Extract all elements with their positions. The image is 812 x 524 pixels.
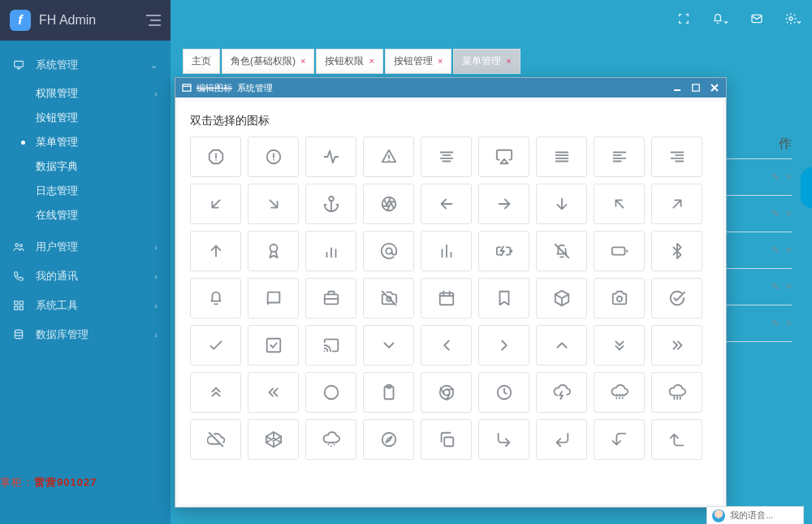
nav-sub-0-1[interactable]: 按钮管理 bbox=[0, 106, 171, 130]
chevron-left-icon[interactable] bbox=[421, 325, 472, 366]
activity-icon[interactable] bbox=[305, 136, 356, 177]
chevrons-down-icon[interactable] bbox=[594, 325, 645, 366]
nav-section-2[interactable]: 我的通讯› bbox=[0, 262, 171, 291]
book-icon[interactable] bbox=[248, 278, 299, 318]
corner-left-up-icon[interactable] bbox=[651, 419, 702, 460]
tab-0[interactable]: 主页 bbox=[183, 49, 220, 74]
battery-charging-icon[interactable] bbox=[478, 231, 529, 271]
battery-icon[interactable] bbox=[594, 231, 645, 271]
chevrons-up-icon[interactable] bbox=[190, 372, 241, 413]
maximize-icon[interactable] bbox=[692, 84, 700, 92]
bell-off-icon[interactable] bbox=[536, 231, 587, 271]
bar-chart-icon[interactable] bbox=[421, 231, 472, 271]
tab-close-icon[interactable]: × bbox=[300, 56, 305, 66]
calendar-icon[interactable] bbox=[421, 278, 472, 318]
minimize-icon[interactable] bbox=[672, 83, 682, 93]
arrow-down-left-icon[interactable] bbox=[190, 184, 241, 224]
check-circle-icon[interactable] bbox=[651, 278, 702, 318]
corner-down-right-icon[interactable] bbox=[478, 419, 529, 460]
chat-popup[interactable]: 我的语音... bbox=[706, 506, 804, 524]
bluetooth-icon[interactable] bbox=[651, 231, 702, 271]
nav-sub-0-0[interactable]: 权限管理› bbox=[0, 81, 171, 106]
bell-icon[interactable] bbox=[190, 278, 241, 318]
arrow-down-right-icon[interactable] bbox=[248, 184, 299, 224]
nav-sub-0-5[interactable]: 在线管理 bbox=[0, 203, 171, 227]
alert-circle-icon[interactable] bbox=[248, 136, 299, 177]
tab-3[interactable]: 按钮管理× bbox=[385, 49, 451, 74]
edit-icon[interactable]: ✎ bbox=[771, 208, 780, 219]
bookmark-icon[interactable] bbox=[478, 278, 529, 318]
clipboard-icon[interactable] bbox=[363, 372, 414, 413]
del-icon[interactable]: × bbox=[786, 171, 792, 183]
tab-close-icon[interactable]: × bbox=[438, 56, 443, 66]
tab-close-icon[interactable]: × bbox=[369, 56, 374, 66]
cloud-drizzle-icon[interactable] bbox=[594, 372, 645, 413]
codepen-icon[interactable] bbox=[248, 419, 299, 460]
chevron-up-icon[interactable] bbox=[536, 325, 587, 366]
tab-1[interactable]: 角色(基础权限)× bbox=[222, 49, 314, 74]
cast-icon[interactable] bbox=[305, 325, 356, 366]
tab-4[interactable]: 菜单管理× bbox=[453, 49, 520, 74]
at-sign-icon[interactable] bbox=[363, 231, 414, 271]
cloud-off-icon[interactable] bbox=[190, 419, 241, 460]
gear-icon[interactable] bbox=[784, 12, 802, 28]
nav-sub-0-4[interactable]: 日志管理 bbox=[0, 179, 171, 203]
nav-section-3[interactable]: 系统工具› bbox=[0, 291, 171, 320]
arrow-left-icon[interactable] bbox=[421, 184, 472, 224]
chevrons-left-icon[interactable] bbox=[248, 372, 299, 413]
award-icon[interactable] bbox=[248, 231, 299, 271]
anchor-icon[interactable] bbox=[305, 184, 356, 224]
menu-toggle-icon[interactable] bbox=[146, 15, 161, 26]
alert-octagon-icon[interactable] bbox=[190, 136, 241, 177]
nav-sub-0-2[interactable]: 菜单管理 bbox=[0, 130, 171, 154]
camera-icon[interactable] bbox=[594, 278, 645, 318]
float-button[interactable] bbox=[801, 167, 812, 208]
align-justify-icon[interactable] bbox=[536, 136, 587, 177]
alert-triangle-icon[interactable] bbox=[363, 136, 414, 177]
box-icon[interactable] bbox=[536, 278, 587, 318]
close-icon[interactable] bbox=[710, 83, 719, 93]
fullscreen-icon[interactable] bbox=[677, 12, 690, 28]
airplay-icon[interactable] bbox=[478, 136, 529, 177]
dialog-header[interactable]: 编辑图标 系统管理 bbox=[175, 78, 726, 97]
circle-icon[interactable] bbox=[305, 372, 356, 413]
arrow-up-icon[interactable] bbox=[190, 231, 241, 271]
chevron-right-icon[interactable] bbox=[478, 325, 529, 366]
del-icon[interactable]: × bbox=[786, 318, 792, 329]
aperture-icon[interactable] bbox=[363, 184, 414, 224]
edit-icon[interactable]: ✎ bbox=[771, 245, 780, 256]
del-icon[interactable]: × bbox=[786, 208, 792, 219]
cloud-rain-icon[interactable] bbox=[651, 372, 702, 413]
del-icon[interactable]: × bbox=[786, 281, 792, 292]
nav-section-4[interactable]: 数据库管理› bbox=[0, 320, 171, 349]
edit-icon[interactable]: ✎ bbox=[771, 281, 780, 292]
check-square-icon[interactable] bbox=[248, 325, 299, 366]
edit-icon[interactable]: ✎ bbox=[771, 318, 780, 329]
corner-down-left-icon[interactable] bbox=[536, 419, 587, 460]
chevrons-right-icon[interactable] bbox=[651, 325, 702, 366]
corner-left-down-icon[interactable] bbox=[594, 419, 645, 460]
bell-icon[interactable] bbox=[711, 12, 729, 28]
del-icon[interactable]: × bbox=[786, 245, 792, 256]
align-left-icon[interactable] bbox=[594, 136, 645, 177]
arrow-right-icon[interactable] bbox=[478, 184, 529, 224]
align-center-icon[interactable] bbox=[421, 136, 472, 177]
compass-icon[interactable] bbox=[363, 419, 414, 460]
arrow-down-icon[interactable] bbox=[536, 184, 587, 224]
chrome-icon[interactable] bbox=[421, 372, 472, 413]
cloud-snow-icon[interactable] bbox=[305, 419, 356, 460]
tab-2[interactable]: 按钮权限× bbox=[316, 49, 382, 74]
briefcase-icon[interactable] bbox=[305, 278, 356, 318]
clock-icon[interactable] bbox=[478, 372, 529, 413]
tab-close-icon[interactable]: × bbox=[506, 56, 511, 66]
cloud-lightning-icon[interactable] bbox=[536, 372, 587, 413]
chevron-down-icon[interactable] bbox=[363, 325, 414, 366]
bar-chart-2-icon[interactable] bbox=[305, 231, 356, 271]
arrow-up-left-icon[interactable] bbox=[594, 184, 645, 224]
camera-off-icon[interactable] bbox=[363, 278, 414, 318]
check-icon[interactable] bbox=[190, 325, 241, 366]
nav-sub-0-3[interactable]: 数据字典 bbox=[0, 154, 171, 179]
mail-icon[interactable] bbox=[750, 12, 763, 28]
edit-icon[interactable]: ✎ bbox=[771, 171, 780, 183]
nav-section-1[interactable]: 用户管理› bbox=[0, 232, 171, 262]
